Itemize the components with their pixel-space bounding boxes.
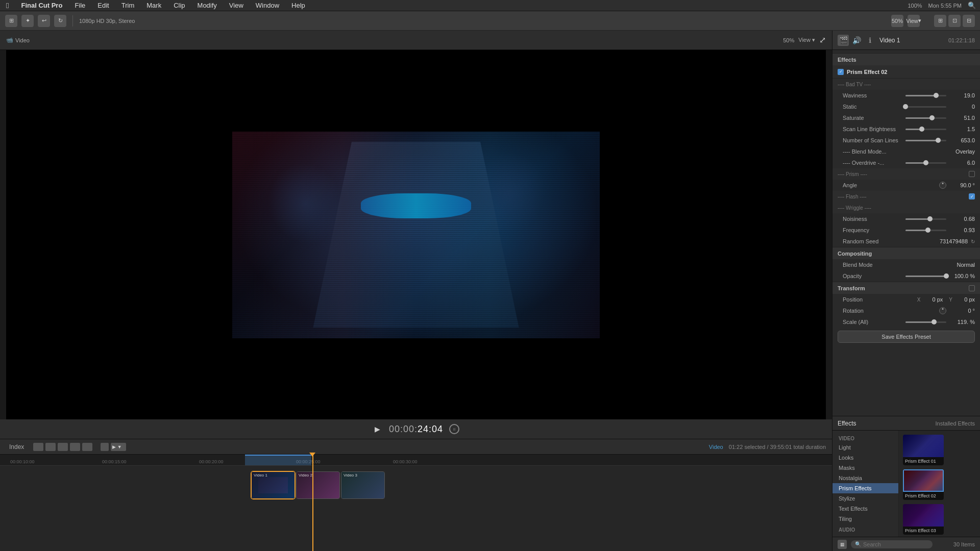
layout-btn-1[interactable]: ⊞ (934, 15, 946, 27)
scale-row: Scale (All) 119. % (832, 316, 980, 328)
menu-view[interactable]: View (227, 2, 246, 9)
overdrive-slider[interactable] (905, 162, 946, 164)
menu-file[interactable]: File (72, 2, 87, 9)
static-thumb[interactable] (903, 104, 908, 109)
prism-effect-header[interactable]: ✓ Prism Effect 02 (832, 65, 980, 79)
menu-edit[interactable]: Edit (95, 2, 111, 9)
timeline-view-btn-2[interactable] (45, 443, 56, 451)
table-row[interactable]: Video 3 (341, 471, 385, 499)
prism-section-checkbox[interactable] (969, 171, 975, 177)
blend-mode-value[interactable]: Overlay (955, 148, 975, 155)
timeline-view-btn-5[interactable] (82, 443, 92, 451)
transform-section-header[interactable]: Transform (832, 282, 980, 294)
inspector-tab-info[interactable]: ℹ (864, 35, 875, 46)
menu-trim[interactable]: Trim (119, 2, 137, 9)
category-stylize[interactable]: Stylize (832, 493, 898, 504)
scan-brightness-slider[interactable] (905, 129, 946, 130)
saturate-slider[interactable] (905, 117, 946, 119)
menu-window[interactable]: Window (254, 2, 281, 9)
search-wrapper: 🔍 (851, 540, 933, 548)
x-label: X (917, 297, 921, 303)
rotation-dot (942, 308, 944, 310)
category-looks[interactable]: Looks (832, 453, 898, 463)
fullscreen-icon[interactable]: ⤢ (819, 35, 826, 45)
table-row[interactable]: Video 1 (251, 471, 295, 499)
opacity-thumb[interactable] (944, 273, 949, 279)
menu-modify[interactable]: Modify (195, 2, 219, 9)
search-input[interactable] (863, 541, 928, 547)
overdrive-thumb[interactable] (923, 160, 928, 165)
scan-brightness-thumb[interactable] (919, 127, 924, 132)
effect-thumb-prism2[interactable]: Prism Effect 02 (903, 469, 944, 500)
y-value: 0 px (957, 296, 975, 303)
layout-btn-2[interactable]: ⊡ (948, 15, 961, 27)
waviness-slider[interactable] (905, 95, 946, 96)
index-btn[interactable]: Index (6, 442, 27, 452)
frequency-thumb[interactable] (925, 228, 930, 233)
num-scanlines-slider[interactable] (905, 140, 946, 141)
timeline-view-btn-1[interactable] (33, 443, 43, 451)
table-row[interactable]: Video 2 (296, 471, 340, 499)
y-label: Y (949, 297, 952, 303)
menu-bar:  Final Cut Pro File Edit Trim Mark Clip… (0, 0, 980, 11)
category-text-effects[interactable]: Text Effects (832, 504, 898, 514)
random-seed-refresh[interactable]: ↻ (971, 239, 975, 244)
static-slider[interactable] (905, 106, 946, 108)
toolbar-btn-arrow[interactable]: ↩ (38, 15, 50, 27)
transform-checkbox[interactable] (969, 285, 975, 291)
flash-checkbox[interactable]: ✓ (969, 193, 975, 199)
effect-thumb-prism3[interactable]: Prism Effect 03 (903, 504, 944, 535)
playhead[interactable] (312, 455, 313, 551)
menu-help[interactable]: Help (289, 2, 307, 9)
footer-icon-btn[interactable]: ▦ (838, 540, 847, 549)
layout-btn-3[interactable]: ⊟ (963, 15, 975, 27)
timeline-view-btn-4[interactable] (70, 443, 80, 451)
toolbar-btn-1[interactable]: ⊞ (5, 15, 17, 27)
category-nostalgia[interactable]: Nostalgia (832, 473, 898, 483)
play-button[interactable]: ▶ (373, 424, 383, 434)
prism-divider: ---- Prism ---- (832, 168, 980, 180)
category-light[interactable]: Light (832, 442, 898, 453)
saturate-thumb[interactable] (929, 115, 935, 120)
prism-checkbox[interactable]: ✓ (838, 69, 844, 75)
category-masks[interactable]: Masks (832, 463, 898, 473)
noisiness-slider[interactable] (905, 218, 946, 220)
blend-mode-normal[interactable]: Normal (957, 262, 975, 268)
view-option[interactable]: View ▾ (798, 37, 815, 43)
category-prism-effects[interactable]: Prism Effects (832, 483, 898, 493)
scale-slider[interactable] (905, 321, 946, 323)
effects-section-header[interactable]: Effects (832, 53, 980, 65)
apple-menu[interactable]:  (4, 1, 11, 10)
video-canvas (6, 50, 826, 419)
menu-clip[interactable]: Clip (172, 2, 187, 9)
position-label: Position (843, 296, 914, 303)
noisiness-thumb[interactable] (927, 216, 933, 221)
menu-finalcutpro[interactable]: Final Cut Pro (19, 2, 64, 9)
rotation-control[interactable] (939, 307, 946, 314)
num-scanlines-thumb[interactable] (936, 138, 941, 143)
zoom-btn[interactable]: 50% (891, 15, 903, 27)
save-effects-preset-button[interactable]: Save Effects Preset (838, 331, 975, 343)
search-icon[interactable]: 🔍 (968, 2, 976, 9)
timeline-tool-1[interactable] (101, 443, 109, 451)
category-tiling[interactable]: Tiling (832, 514, 898, 524)
view-btn[interactable]: View ▾ (908, 15, 920, 27)
frequency-slider[interactable] (905, 230, 946, 231)
overdrive-value: 6.0 (949, 160, 975, 166)
toolbar-btn-refresh[interactable]: ↻ (54, 15, 66, 27)
timeline-view-btn-3[interactable] (58, 443, 68, 451)
scale-thumb[interactable] (932, 319, 937, 324)
timeline-arrow-tool[interactable]: ▶ ▼ (111, 443, 126, 451)
rotation-row: Rotation 0 ° (832, 305, 980, 316)
waviness-fill (905, 95, 936, 96)
menu-mark[interactable]: Mark (144, 2, 163, 9)
angle-control[interactable] (939, 182, 946, 189)
compositing-section-header[interactable]: Compositing (832, 247, 980, 259)
waviness-thumb[interactable] (934, 93, 939, 98)
pause-btn[interactable]: II (449, 424, 459, 434)
effect-thumb-prism1[interactable]: Prism Effect 01 (903, 435, 944, 465)
inspector-tab-audio[interactable]: 🔊 (851, 35, 862, 46)
inspector-tab-video[interactable]: 🎬 (838, 35, 849, 46)
opacity-slider[interactable] (905, 276, 946, 277)
toolbar-btn-2[interactable]: ✦ (21, 15, 34, 27)
